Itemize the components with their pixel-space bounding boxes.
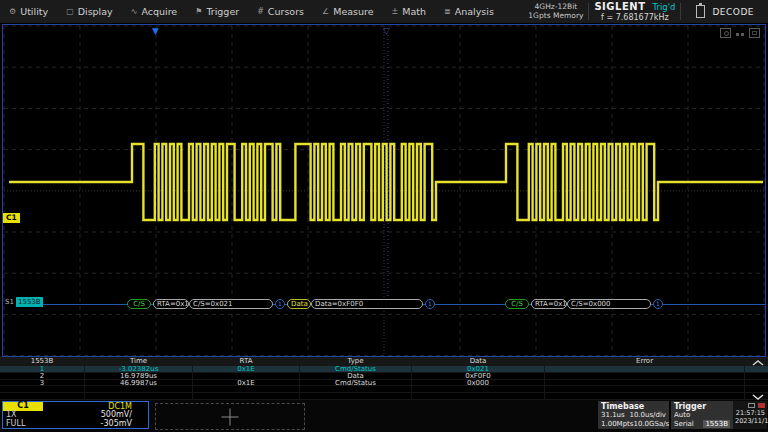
- channel1-descriptor[interactable]: C1 DC1M 1X 500mV/ FULL -305mV: [2, 401, 149, 429]
- menu-math[interactable]: ±Math: [383, 0, 435, 23]
- trigger-bus: 1553B: [703, 420, 730, 429]
- screenshot-icon[interactable]: [720, 28, 731, 38]
- channel1-position-badge[interactable]: C1: [3, 213, 20, 223]
- menu-display[interactable]: ▢Display: [57, 0, 122, 23]
- decode-sync-data-bubble: Data: [287, 299, 311, 309]
- table-cell: 0x1E: [193, 366, 300, 372]
- decode-sync-cs-bubble: C/S: [127, 299, 151, 309]
- table-cell: 16.9789us: [85, 373, 193, 379]
- frequency-counter: f = 7.681677kHz: [594, 13, 675, 22]
- menu-label: Acquire: [141, 6, 177, 17]
- menu-utility[interactable]: ⚙Utility: [0, 0, 57, 23]
- table-cell: [545, 366, 745, 372]
- table-cell: 2: [0, 373, 85, 379]
- sample-rate: 10.0GSa/s: [633, 420, 669, 429]
- timebase-descriptor[interactable]: Timebase 31.1us 10.0us/div 1.00Mpts 10.0…: [598, 401, 669, 429]
- analysis-icon: ≣: [444, 7, 451, 16]
- menu-label: Measure: [333, 6, 373, 17]
- trigger-mode: Auto: [674, 411, 690, 420]
- table-cell: [412, 393, 545, 399]
- decode-field-bubble: C/S=0x000: [567, 299, 651, 309]
- table-header-row: 1553BTimeRTATypeDataError: [0, 357, 768, 366]
- expand-icon[interactable]: [749, 28, 760, 38]
- table-cell: 0x1E: [193, 380, 300, 386]
- menu-analysis[interactable]: ≣Analysis: [435, 0, 503, 23]
- table-row[interactable]: 346.9987us0x1ECmd/Status0x000: [0, 380, 768, 387]
- vertical-offset: -305mV: [43, 419, 148, 428]
- table-cell: 1553B: [0, 357, 85, 365]
- scope-display: ▼ ▽ C1 S1 1553B C/SRTA=0x1EC/S=0x0211Dat…: [2, 24, 766, 357]
- decode-field-bubble: C/S=0x021: [189, 299, 273, 309]
- gear-icon: ⚙: [9, 7, 16, 16]
- trigger-type: Serial: [674, 420, 694, 429]
- table-cell: Error: [545, 357, 745, 365]
- trigger-position-marker-icon[interactable]: ▽: [383, 27, 390, 36]
- timebase-scale: 10.0us/div: [629, 411, 666, 420]
- table-cell: 3: [0, 380, 85, 386]
- table-cell: Type: [300, 357, 412, 365]
- table-cell: [0, 386, 85, 392]
- brand-logo: SIGLENT: [594, 1, 645, 12]
- display-icon: ▢: [66, 7, 74, 16]
- menu-cursors[interactable]: #Cursors: [248, 0, 313, 23]
- table-cell: Data: [412, 357, 545, 365]
- table-cell: Data: [300, 373, 412, 379]
- crosshair-icon: [222, 408, 239, 425]
- table-row[interactable]: 1-3.02382us0x1ECmd/Status0x021: [0, 366, 768, 373]
- table-cell: [193, 386, 300, 392]
- trigger-status-badge: Trig'd: [652, 2, 675, 12]
- decode-result-table: 1553BTimeRTATypeDataError1-3.02382us0x1E…: [0, 357, 768, 400]
- bus-type-tag[interactable]: 1553B: [16, 297, 43, 307]
- decode-parity-bubble: 1: [653, 299, 663, 309]
- decode-sync-cs-bubble: C/S: [505, 299, 529, 309]
- math-icon: ±: [392, 7, 399, 16]
- menu-trigger[interactable]: ⚑Trigger: [186, 0, 248, 23]
- cursors-icon: #: [257, 7, 264, 16]
- menu-strip: ⚙Utility▢Display∿Acquire⚑Trigger#Cursors…: [0, 0, 503, 23]
- empty-descriptor-slot: [155, 403, 305, 430]
- more-options-icon[interactable]: [735, 29, 745, 37]
- table-cell: [300, 393, 412, 399]
- menu-acquire[interactable]: ∿Acquire: [122, 0, 187, 23]
- table-cell: [300, 386, 412, 392]
- menu-label: Cursors: [268, 6, 304, 17]
- menu-measure[interactable]: ∠Measure: [313, 0, 383, 23]
- table-cell: [545, 380, 745, 386]
- menu-label: Trigger: [206, 6, 239, 17]
- decode-field-bubble: Data=0xF0F0: [311, 299, 423, 309]
- table-cell: -3.02382us: [85, 366, 193, 372]
- divider: [680, 3, 681, 20]
- table-empty-row: [0, 386, 768, 393]
- table-cell: [85, 393, 193, 399]
- table-row[interactable]: 216.9789usData0xF0F0: [0, 373, 768, 380]
- menu-label: Math: [402, 6, 426, 17]
- measure-icon: ∠: [322, 7, 329, 16]
- trigger-delay-marker-icon[interactable]: ▼: [152, 27, 159, 36]
- serial-bus-source-label: S1: [5, 298, 14, 306]
- table-cell: 0x021: [412, 366, 545, 372]
- bottom-status-bar: C1 DC1M 1X 500mV/ FULL -305mV Timebase 3…: [0, 400, 768, 432]
- table-cell: RTA: [193, 357, 300, 365]
- clock-date: 2023/11/13: [735, 417, 765, 425]
- memory-label: 1Gpts Memory: [528, 12, 583, 21]
- acquisition-info: 4GHz-12Bit 1Gpts Memory: [528, 3, 583, 20]
- menu-label: Analysis: [455, 6, 494, 17]
- table-cell: [545, 373, 745, 379]
- timebase-delay: 31.1us: [601, 411, 625, 420]
- table-cell: 0xF0F0: [412, 373, 545, 379]
- table-cell: [412, 386, 545, 392]
- clock-time: 21:57:15: [735, 409, 765, 417]
- channel1-badge: C1: [3, 402, 43, 411]
- table-cell: Cmd/Status: [300, 366, 412, 372]
- table-collapse-chevron-icon[interactable]: [751, 393, 765, 401]
- table-cell: [0, 393, 85, 399]
- table-cell: [545, 386, 745, 392]
- menu-label: Utility: [20, 6, 48, 17]
- trigger-descriptor[interactable]: Trigger Auto Serial 1553B: [671, 401, 733, 429]
- decode-parity-bubble: 1: [425, 299, 435, 309]
- decode-parity-bubble: 1: [275, 299, 285, 309]
- flag-icon: ⚑: [195, 7, 202, 16]
- table-scroll-up-icon[interactable]: [751, 359, 765, 367]
- system-info: 4GHz-12Bit 1Gpts Memory SIGLENT Trig'd f…: [528, 0, 768, 23]
- decode-menu-button[interactable]: DECODE: [712, 7, 768, 17]
